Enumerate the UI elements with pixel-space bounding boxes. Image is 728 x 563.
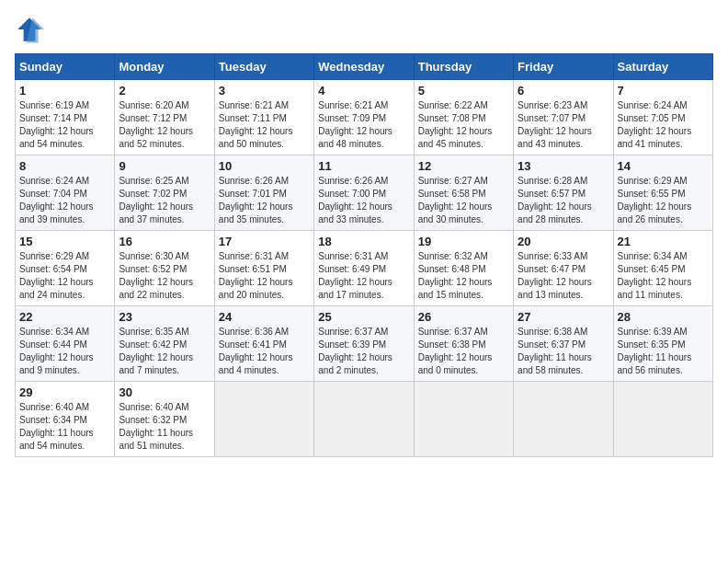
day-number: 29 <box>19 385 110 399</box>
table-row: 10Sunrise: 6:26 AMSunset: 7:01 PMDayligh… <box>214 155 313 231</box>
day-number: 17 <box>219 235 310 248</box>
day-detail: Sunrise: 6:31 AMSunset: 6:51 PMDaylight:… <box>219 251 293 300</box>
day-number: 12 <box>418 159 509 173</box>
day-number: 11 <box>318 159 409 173</box>
table-row: 5Sunrise: 6:22 AMSunset: 7:08 PMDaylight… <box>414 80 513 155</box>
day-detail: Sunrise: 6:21 AMSunset: 7:11 PMDaylight:… <box>219 100 293 149</box>
day-detail: Sunrise: 6:36 AMSunset: 6:41 PMDaylight:… <box>219 327 293 375</box>
day-detail: Sunrise: 6:28 AMSunset: 6:57 PMDaylight:… <box>518 176 592 224</box>
table-row <box>514 382 613 457</box>
table-row: 16Sunrise: 6:30 AMSunset: 6:52 PMDayligh… <box>115 231 214 306</box>
table-row: 2Sunrise: 6:20 AMSunset: 7:12 PMDaylight… <box>115 80 214 155</box>
day-detail: Sunrise: 6:26 AMSunset: 7:01 PMDaylight:… <box>219 176 293 224</box>
weekday-header-friday: Friday <box>514 54 613 80</box>
day-number: 19 <box>418 235 509 248</box>
day-detail: Sunrise: 6:25 AMSunset: 7:02 PMDaylight:… <box>119 176 193 224</box>
day-number: 9 <box>119 159 210 173</box>
day-number: 21 <box>618 235 709 248</box>
table-row: 12Sunrise: 6:27 AMSunset: 6:58 PMDayligh… <box>414 155 513 231</box>
weekday-header-row: SundayMondayTuesdayWednesdayThursdayFrid… <box>16 54 713 80</box>
table-row: 15Sunrise: 6:29 AMSunset: 6:54 PMDayligh… <box>16 231 115 306</box>
day-number: 1 <box>19 84 110 98</box>
table-row: 18Sunrise: 6:31 AMSunset: 6:49 PMDayligh… <box>314 231 414 306</box>
day-number: 8 <box>19 159 110 173</box>
day-detail: Sunrise: 6:21 AMSunset: 7:09 PMDaylight:… <box>318 100 392 149</box>
day-detail: Sunrise: 6:27 AMSunset: 6:58 PMDaylight:… <box>418 176 493 224</box>
weekday-header-tuesday: Tuesday <box>214 54 313 80</box>
calendar-row-3: 15Sunrise: 6:29 AMSunset: 6:54 PMDayligh… <box>16 231 713 306</box>
table-row <box>613 382 712 457</box>
day-detail: Sunrise: 6:34 AMSunset: 6:45 PMDaylight:… <box>618 251 692 300</box>
day-detail: Sunrise: 6:31 AMSunset: 6:49 PMDaylight:… <box>318 251 392 300</box>
calendar-row-5: 29Sunrise: 6:40 AMSunset: 6:34 PMDayligh… <box>16 382 713 457</box>
day-detail: Sunrise: 6:38 AMSunset: 6:37 PMDaylight:… <box>518 327 592 375</box>
day-detail: Sunrise: 6:34 AMSunset: 6:44 PMDaylight:… <box>19 327 94 375</box>
weekday-header-saturday: Saturday <box>613 54 712 80</box>
day-number: 2 <box>119 84 210 98</box>
day-number: 15 <box>19 235 110 248</box>
day-number: 23 <box>119 310 210 324</box>
table-row: 4Sunrise: 6:21 AMSunset: 7:09 PMDaylight… <box>314 80 414 155</box>
day-detail: Sunrise: 6:40 AMSunset: 6:34 PMDaylight:… <box>19 402 94 451</box>
table-row: 8Sunrise: 6:24 AMSunset: 7:04 PMDaylight… <box>16 155 115 231</box>
day-detail: Sunrise: 6:40 AMSunset: 6:32 PMDaylight:… <box>119 402 193 451</box>
day-detail: Sunrise: 6:24 AMSunset: 7:04 PMDaylight:… <box>19 176 94 224</box>
day-number: 20 <box>518 235 609 248</box>
table-row <box>214 382 313 457</box>
day-detail: Sunrise: 6:29 AMSunset: 6:55 PMDaylight:… <box>618 176 692 224</box>
table-row: 30Sunrise: 6:40 AMSunset: 6:32 PMDayligh… <box>115 382 214 457</box>
table-row: 28Sunrise: 6:39 AMSunset: 6:35 PMDayligh… <box>613 306 712 382</box>
day-number: 13 <box>518 159 609 173</box>
day-number: 25 <box>318 310 409 324</box>
table-row: 7Sunrise: 6:24 AMSunset: 7:05 PMDaylight… <box>613 80 712 155</box>
table-row: 14Sunrise: 6:29 AMSunset: 6:55 PMDayligh… <box>613 155 712 231</box>
day-detail: Sunrise: 6:19 AMSunset: 7:14 PMDaylight:… <box>19 100 94 149</box>
calendar-table: SundayMondayTuesdayWednesdayThursdayFrid… <box>15 53 713 457</box>
day-number: 10 <box>219 159 310 173</box>
table-row: 29Sunrise: 6:40 AMSunset: 6:34 PMDayligh… <box>16 382 115 457</box>
page-header <box>15 15 713 44</box>
table-row <box>414 382 513 457</box>
day-number: 16 <box>119 235 210 248</box>
table-row: 17Sunrise: 6:31 AMSunset: 6:51 PMDayligh… <box>214 231 313 306</box>
day-detail: Sunrise: 6:39 AMSunset: 6:35 PMDaylight:… <box>618 327 692 375</box>
day-number: 26 <box>418 310 509 324</box>
calendar-row-4: 22Sunrise: 6:34 AMSunset: 6:44 PMDayligh… <box>16 306 713 382</box>
day-number: 30 <box>119 385 210 399</box>
day-detail: Sunrise: 6:37 AMSunset: 6:38 PMDaylight:… <box>418 327 493 375</box>
table-row <box>314 382 414 457</box>
table-row: 25Sunrise: 6:37 AMSunset: 6:39 PMDayligh… <box>314 306 414 382</box>
day-detail: Sunrise: 6:23 AMSunset: 7:07 PMDaylight:… <box>518 100 592 149</box>
day-detail: Sunrise: 6:33 AMSunset: 6:47 PMDaylight:… <box>518 251 592 300</box>
table-row: 27Sunrise: 6:38 AMSunset: 6:37 PMDayligh… <box>514 306 613 382</box>
day-detail: Sunrise: 6:29 AMSunset: 6:54 PMDaylight:… <box>19 251 94 300</box>
day-number: 14 <box>618 159 709 173</box>
table-row: 9Sunrise: 6:25 AMSunset: 7:02 PMDaylight… <box>115 155 214 231</box>
day-detail: Sunrise: 6:26 AMSunset: 7:00 PMDaylight:… <box>318 176 392 224</box>
day-number: 5 <box>418 84 509 98</box>
logo-icon <box>15 15 44 44</box>
weekday-header-monday: Monday <box>115 54 214 80</box>
weekday-header-thursday: Thursday <box>414 54 513 80</box>
day-number: 4 <box>318 84 409 98</box>
day-detail: Sunrise: 6:30 AMSunset: 6:52 PMDaylight:… <box>119 251 193 300</box>
day-detail: Sunrise: 6:22 AMSunset: 7:08 PMDaylight:… <box>418 100 493 149</box>
table-row: 22Sunrise: 6:34 AMSunset: 6:44 PMDayligh… <box>16 306 115 382</box>
day-detail: Sunrise: 6:37 AMSunset: 6:39 PMDaylight:… <box>318 327 392 375</box>
day-number: 22 <box>19 310 110 324</box>
day-number: 18 <box>318 235 409 248</box>
table-row: 13Sunrise: 6:28 AMSunset: 6:57 PMDayligh… <box>514 155 613 231</box>
table-row: 11Sunrise: 6:26 AMSunset: 7:00 PMDayligh… <box>314 155 414 231</box>
table-row: 23Sunrise: 6:35 AMSunset: 6:42 PMDayligh… <box>115 306 214 382</box>
day-number: 24 <box>219 310 310 324</box>
table-row: 1Sunrise: 6:19 AMSunset: 7:14 PMDaylight… <box>16 80 115 155</box>
table-row: 19Sunrise: 6:32 AMSunset: 6:48 PMDayligh… <box>414 231 513 306</box>
weekday-header-sunday: Sunday <box>16 54 115 80</box>
day-detail: Sunrise: 6:32 AMSunset: 6:48 PMDaylight:… <box>418 251 493 300</box>
calendar-row-1: 1Sunrise: 6:19 AMSunset: 7:14 PMDaylight… <box>16 80 713 155</box>
day-detail: Sunrise: 6:20 AMSunset: 7:12 PMDaylight:… <box>119 100 193 149</box>
day-number: 27 <box>518 310 609 324</box>
table-row: 20Sunrise: 6:33 AMSunset: 6:47 PMDayligh… <box>514 231 613 306</box>
day-number: 7 <box>618 84 709 98</box>
table-row: 3Sunrise: 6:21 AMSunset: 7:11 PMDaylight… <box>214 80 313 155</box>
